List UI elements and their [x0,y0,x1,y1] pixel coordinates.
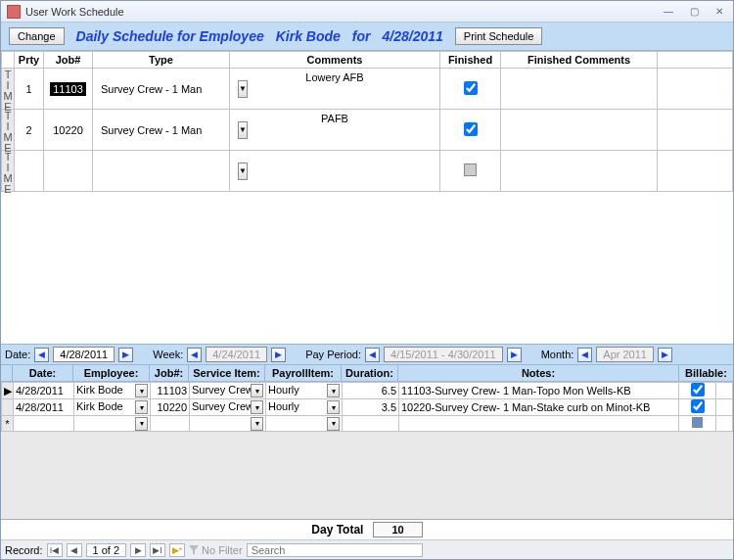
time-button[interactable]: TIME [2,69,15,110]
finished-checkbox[interactable] [464,122,478,136]
employee-value[interactable]: Kirk Bode [76,400,135,414]
header-title: Daily Schedule for Employee [76,28,264,44]
record-last[interactable]: ▶I [150,543,165,557]
job-cell[interactable] [151,416,190,432]
payroll-dropdown-icon[interactable]: ▾ [327,400,340,414]
fin-comments-cell[interactable] [501,110,658,151]
close-button[interactable]: ✕ [710,5,729,19]
payroll-dropdown-icon[interactable]: ▾ [327,384,340,397]
job-cell[interactable]: 10220 [151,399,190,416]
job-number[interactable]: 11103 [50,82,86,96]
service-dropdown-icon[interactable]: ▾ [251,417,263,431]
duration-cell[interactable]: 3.5 [343,399,399,416]
schedule-row: TIME ▼ [2,151,733,192]
prty-cell[interactable]: 2 [15,110,44,151]
lcol-notes: Notes: [398,365,679,381]
type-dropdown-icon[interactable]: ▼ [238,163,248,180]
billable-checkbox[interactable] [691,383,705,397]
payroll-value[interactable]: Hourly [268,384,327,397]
type-input[interactable] [99,80,238,98]
lcol-date: Date: [13,365,73,381]
duration-cell[interactable]: 6.5 [343,383,399,399]
service-dropdown-icon[interactable]: ▾ [251,384,263,397]
nav-date-prev[interactable]: ◀ [34,348,49,362]
employee-value[interactable] [76,417,135,431]
nav-month-next[interactable]: ▶ [658,348,672,362]
comments-cell[interactable]: PAFB [230,110,440,151]
comments-cell[interactable]: Lowery AFB [230,69,440,110]
fin-comments-cell[interactable] [501,151,658,192]
record-first[interactable]: I◀ [47,543,63,557]
billable-checkbox[interactable] [691,399,705,413]
change-button[interactable]: Change [9,27,65,45]
col-time [2,52,15,69]
employee-dropdown-icon[interactable]: ▾ [135,417,148,431]
window-title: User Work Schedule [25,6,659,18]
date-cell[interactable] [14,416,74,432]
record-next[interactable]: ▶ [130,543,146,557]
time-grid-header: Date: Employee: Job#: Service Item: Payr… [1,365,733,382]
funnel-icon [189,545,199,555]
service-dropdown-icon[interactable]: ▾ [251,400,263,414]
schedule-grid-wrap: Prty Job# Type Comments Finished Finishe… [1,51,733,237]
job-number[interactable]: 10220 [53,124,83,136]
row-selector[interactable]: ▶ [2,383,14,399]
fin-comments-cell[interactable] [501,69,658,110]
maximize-button[interactable]: ▢ [684,5,704,19]
record-position[interactable]: 1 of 2 [86,543,127,557]
date-cell[interactable]: 4/28/2011 [14,383,74,399]
col-job: Job# [44,52,93,69]
payroll-dropdown-icon[interactable]: ▾ [327,417,340,431]
notes-cell[interactable]: 11103-Survey Crew- 1 Man-Topo Mon Wells-… [399,383,679,399]
print-schedule-button[interactable]: Print Schedule [455,27,543,45]
nav-month-prev[interactable]: ◀ [577,348,592,362]
row-selector[interactable] [2,399,14,416]
comments-cell[interactable] [230,151,440,192]
time-row: 4/28/2011 Kirk Bode▾ 10220 Survey Crew-▾… [2,399,733,416]
nav-period-value[interactable]: 4/15/2011 - 4/30/2011 [384,347,503,362]
record-prev[interactable]: ◀ [67,543,82,557]
nav-week-prev[interactable]: ◀ [187,348,202,362]
service-value[interactable]: Survey Crew- [192,384,251,397]
finished-checkbox[interactable] [464,81,478,95]
type-input[interactable] [99,121,238,139]
prty-cell[interactable] [15,151,44,192]
service-value[interactable]: Survey Crew- [192,400,251,414]
nav-date-label: Date: [5,349,30,360]
notes-cell[interactable]: 10220-Survey Crew- 1 Man-Stake curb on M… [399,399,679,416]
prty-cell[interactable]: 1 [15,69,44,110]
record-new[interactable]: ▶* [169,543,185,557]
nav-period-prev[interactable]: ◀ [365,348,380,362]
job-cell[interactable]: 11103 [151,383,190,399]
filter-status[interactable]: No Filter [189,544,243,556]
nav-week-value[interactable]: 4/24/2011 [206,347,267,362]
nav-week-next[interactable]: ▶ [271,348,286,362]
payroll-value[interactable]: Hourly [268,400,327,414]
notes-cell[interactable] [399,416,679,432]
record-label: Record: [5,544,43,556]
employee-dropdown-icon[interactable]: ▾ [135,384,148,397]
titlebar: User Work Schedule — ▢ ✕ [1,1,733,23]
type-dropdown-icon[interactable]: ▼ [238,121,248,139]
search-input[interactable] [247,543,423,557]
type-input[interactable] [99,163,238,180]
payroll-value[interactable] [268,417,327,431]
service-value[interactable] [192,417,251,431]
time-button[interactable]: TIME [2,151,15,192]
col-prty: Prty [15,52,44,69]
nav-date-next[interactable]: ▶ [118,348,133,362]
minimize-button[interactable]: — [659,5,678,19]
total-bar: Day Total 10 [1,519,733,539]
header-employee: Kirk Bode [276,28,341,44]
nav-date-value[interactable]: 4/28/2011 [53,347,115,362]
employee-dropdown-icon[interactable]: ▾ [135,400,148,414]
row-selector[interactable]: * [2,416,14,432]
time-button[interactable]: TIME [2,110,15,151]
type-dropdown-icon[interactable]: ▼ [238,80,248,98]
nav-period-next[interactable]: ▶ [507,348,522,362]
date-cell[interactable]: 4/28/2011 [14,399,74,416]
duration-cell[interactable] [343,416,399,432]
time-grid: ▶ 4/28/2011 Kirk Bode▾ 11103 Survey Crew… [1,382,733,432]
nav-month-value[interactable]: Apr 2011 [596,347,654,362]
employee-value[interactable]: Kirk Bode [76,384,135,397]
